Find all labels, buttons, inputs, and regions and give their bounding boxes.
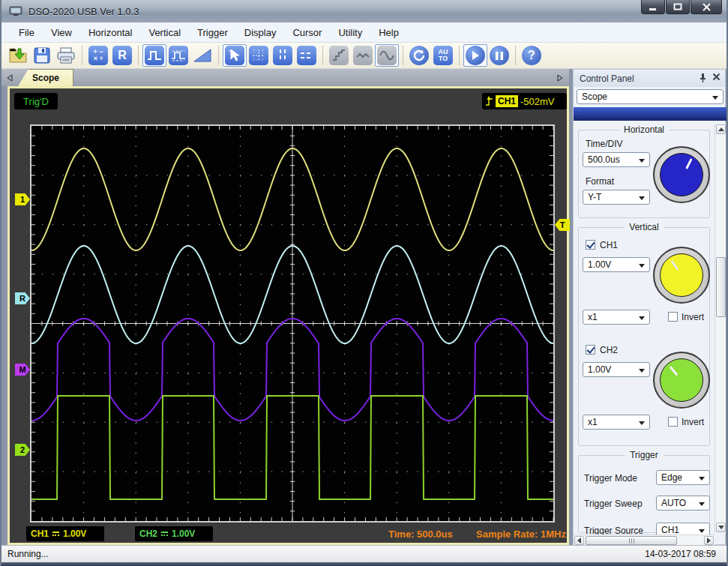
acquisition-status: Running... <box>7 549 49 559</box>
menu-file[interactable]: File <box>10 24 43 41</box>
scroll-right-button[interactable] <box>704 536 714 545</box>
ch1-enable-checkbox[interactable] <box>586 240 595 250</box>
scroll-up-button[interactable] <box>716 124 726 134</box>
horizontal-scrollbar[interactable] <box>574 535 715 546</box>
datetime-display: 14-03-2017 08:59 <box>645 549 716 559</box>
menu-view[interactable]: View <box>43 24 80 41</box>
refresh-button[interactable] <box>407 44 431 67</box>
math-position-marker[interactable]: M <box>15 364 30 376</box>
trigger-sweep-label: Trigger Sweep <box>584 499 643 509</box>
horizontal-position-knob[interactable] <box>653 146 710 203</box>
square-wave-button[interactable] <box>142 44 166 67</box>
menu-utility[interactable]: Utility <box>330 24 370 41</box>
vertical-cursors-icon <box>273 46 292 65</box>
square-wave-levels-button[interactable] <box>166 44 190 67</box>
panel-select[interactable]: Scope <box>577 89 724 104</box>
square-wave-levels-icon <box>169 46 188 65</box>
chevron-down-icon <box>699 529 705 533</box>
pointer-button[interactable] <box>223 44 247 67</box>
ref-position-marker[interactable]: R <box>15 292 30 304</box>
ch2-position-marker[interactable]: 2 <box>15 444 30 456</box>
ch1-position-knob[interactable] <box>653 247 710 304</box>
open-button[interactable] <box>6 44 30 67</box>
ch2-invert-checkbox[interactable] <box>668 417 678 427</box>
trigger-source-label: CH1 <box>496 95 518 107</box>
chevron-down-icon <box>639 159 645 163</box>
waveform-plot <box>31 126 553 521</box>
menu-cursor[interactable]: Cursor <box>284 24 330 41</box>
ch1-scale-select[interactable]: 1.00V <box>583 257 650 272</box>
chevron-down-icon <box>639 421 645 425</box>
menu-trigger[interactable]: Trigger <box>189 24 236 41</box>
knob-face <box>660 153 703 196</box>
ch1-position-marker[interactable]: 1 <box>15 193 30 205</box>
timediv-select[interactable]: 500.0us <box>583 152 650 167</box>
vertical-scrollbar[interactable] <box>715 124 726 533</box>
sine-interpolation-icon <box>377 46 397 65</box>
pause-button[interactable] <box>487 44 511 67</box>
step-interpolation-button[interactable] <box>327 44 351 67</box>
vertical-cursors-button[interactable] <box>271 44 295 67</box>
scroll-left-button[interactable] <box>574 536 584 545</box>
trigger-level-marker[interactable]: T <box>555 219 570 231</box>
auto-icon-bottom: TO <box>439 55 448 62</box>
format-label: Format <box>586 176 614 187</box>
trigger-sweep-select[interactable]: AUTO <box>656 496 710 511</box>
ch1-probe-select[interactable]: x1 <box>583 310 650 325</box>
menu-horizontal[interactable]: Horizontal <box>80 24 141 41</box>
save-floppy-icon <box>33 46 51 64</box>
control-panel: Control Panel Scope Horizontal Time/DIV … <box>573 69 726 545</box>
timebase-readout: Time: 500.0us <box>388 529 453 540</box>
menu-display[interactable]: Display <box>236 24 285 41</box>
timediv-label: Time/DIV <box>586 139 623 149</box>
print-button[interactable] <box>54 44 78 67</box>
ramp-button[interactable] <box>190 44 214 67</box>
auto-setup-button[interactable]: AU TO <box>431 44 455 67</box>
scroll-down-button[interactable] <box>716 523 726 532</box>
trigger-group-legend: Trigger <box>625 450 664 460</box>
menu-vertical[interactable]: Vertical <box>140 24 189 41</box>
sine-interpolation-button[interactable] <box>375 44 399 67</box>
panel-divider-band <box>574 107 727 121</box>
ch2-probe-select[interactable]: x1 <box>583 415 650 430</box>
run-button[interactable] <box>463 44 487 67</box>
ch2-invert-label: Invert <box>682 417 704 427</box>
window-bottom-border <box>1 562 728 566</box>
tab-scroll-left[interactable] <box>4 72 15 83</box>
close-button[interactable] <box>691 0 722 14</box>
ch1-invert-checkbox[interactable] <box>668 312 678 322</box>
ch2-enable-checkbox[interactable] <box>586 345 595 355</box>
vertical-scroll-thumb[interactable] <box>716 257 726 317</box>
menu-help[interactable]: Help <box>370 24 407 41</box>
ch2-scale-select[interactable]: 1.00V <box>583 362 650 377</box>
tab-scroll-right[interactable] <box>555 72 565 83</box>
tab-scope[interactable]: Scope <box>18 69 73 86</box>
trigger-source-select[interactable]: CH1 <box>656 523 710 535</box>
math-icon: + − × ÷ <box>88 46 108 65</box>
minimize-button[interactable] <box>641 0 665 14</box>
ch2-position-knob[interactable] <box>653 352 710 409</box>
maximize-button[interactable] <box>666 0 690 14</box>
ch1-scale-badge: CH1 1.00V <box>26 526 104 541</box>
math-button[interactable]: + − × ÷ <box>86 44 110 67</box>
dc-coupling-icon <box>161 532 168 536</box>
trigger-mode-select[interactable]: Edge <box>656 470 710 485</box>
pause-icon <box>490 46 509 65</box>
print-icon <box>56 46 76 64</box>
play-icon <box>466 46 485 65</box>
horizontal-cursors-button[interactable] <box>295 44 319 67</box>
reference-button[interactable]: R <box>110 44 134 67</box>
pin-icon[interactable] <box>699 73 707 82</box>
close-panel-icon[interactable] <box>712 73 721 81</box>
help-button[interactable]: ? <box>520 44 544 67</box>
open-folder-icon <box>8 46 28 64</box>
horizontal-scroll-thumb[interactable] <box>586 536 677 545</box>
ch2-scale-badge: CH2 1.00V <box>135 526 213 541</box>
save-button[interactable] <box>30 44 54 67</box>
tab-scope-label: Scope <box>32 73 59 83</box>
format-select[interactable]: Y-T <box>583 190 650 205</box>
auto-setup-icon: AU TO <box>433 46 453 65</box>
toolbar: + − × ÷ R <box>1 43 728 69</box>
linear-interpolation-button[interactable] <box>351 44 375 67</box>
grid-button[interactable] <box>247 44 271 67</box>
